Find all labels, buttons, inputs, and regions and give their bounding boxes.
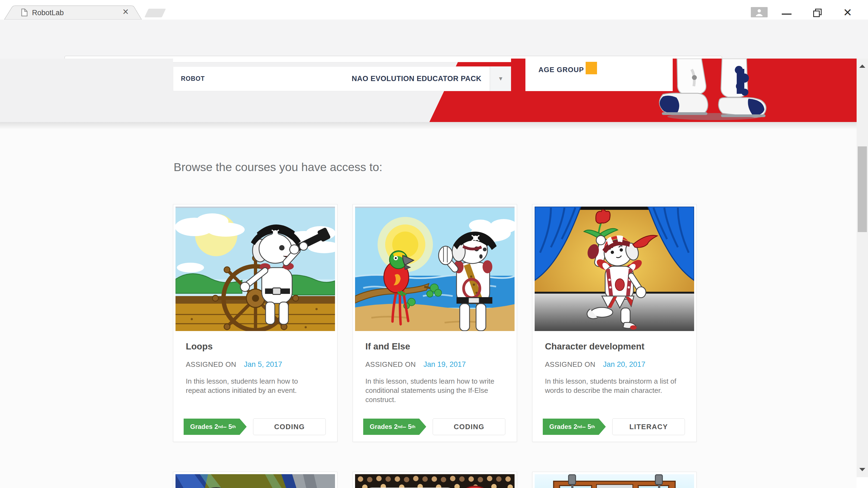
scrollbar-down-button[interactable] bbox=[857, 464, 868, 475]
scrollbar-gap bbox=[857, 477, 868, 488]
course-image-partial-2: Go! bbox=[355, 474, 515, 488]
course-image-character-development bbox=[535, 206, 694, 331]
course-title: Character development bbox=[545, 341, 645, 352]
browser-window: RobotLab × ✕ bbox=[0, 0, 868, 488]
scroll-down-icon bbox=[859, 468, 865, 471]
nao-robot-legs-image bbox=[651, 59, 770, 122]
age-group-label: AGE GROUP bbox=[538, 66, 584, 74]
course-card-partial-2[interactable]: Go! bbox=[352, 472, 517, 488]
assigned-row: ASSIGNED ONJan 20, 2017 bbox=[545, 360, 645, 369]
profile-avatar-button[interactable] bbox=[751, 7, 768, 18]
course-title: If and Else bbox=[365, 341, 410, 352]
assigned-row: ASSIGNED ONJan 19, 2017 bbox=[365, 360, 466, 369]
tab-close-icon[interactable]: × bbox=[123, 6, 129, 17]
category-button[interactable]: LITERACY bbox=[612, 418, 685, 435]
course-description: In this lesson, students learn how to wr… bbox=[365, 377, 498, 404]
age-group-filter[interactable]: AGE GROUP bbox=[525, 59, 673, 91]
assigned-row: ASSIGNED ONJan 5, 2017 bbox=[186, 360, 282, 369]
scrollbar-thumb[interactable] bbox=[858, 147, 867, 232]
window-restore-button[interactable] bbox=[813, 9, 821, 16]
assigned-on-label: ASSIGNED ON bbox=[365, 360, 416, 368]
course-title: Loops bbox=[186, 341, 213, 352]
grade-badge: Grades 2nd – 5th bbox=[363, 419, 426, 435]
course-image-if-and-else bbox=[355, 206, 515, 331]
chevron-down-icon: ▼ bbox=[498, 75, 503, 82]
course-description: In this lesson, students brainstorm a li… bbox=[545, 377, 677, 395]
assigned-date-link[interactable]: Jan 20, 2017 bbox=[603, 360, 645, 368]
robot-select-value: NAO EVOLUTION EDUCATOR PACK bbox=[351, 74, 482, 83]
course-image-loops bbox=[176, 206, 335, 331]
course-image-partial-1 bbox=[176, 474, 335, 488]
page-title: Browse the courses you have access to: bbox=[174, 161, 382, 174]
person-icon bbox=[755, 8, 763, 16]
course-card-partial-3[interactable] bbox=[532, 472, 696, 488]
course-card-if-and-else[interactable]: If and Else ASSIGNED ONJan 19, 2017 In t… bbox=[352, 204, 517, 442]
card-footer: Grades 2nd – 5th CODING bbox=[184, 418, 326, 435]
page-icon bbox=[21, 8, 28, 17]
grade-badge: Grades 2nd – 5th bbox=[543, 419, 606, 435]
course-card-character-development[interactable]: Character development ASSIGNED ONJan 20,… bbox=[532, 204, 696, 442]
assigned-on-label: ASSIGNED ON bbox=[186, 360, 236, 368]
assigned-date-link[interactable]: Jan 19, 2017 bbox=[424, 360, 466, 368]
course-description: In this lesson, students learn how to re… bbox=[186, 377, 318, 395]
course-image-partial-3 bbox=[535, 474, 694, 488]
robot-select-label: ROBOT bbox=[181, 75, 205, 83]
category-button[interactable]: CODING bbox=[433, 418, 505, 435]
course-card-partial-1[interactable] bbox=[173, 472, 337, 488]
category-button[interactable]: CODING bbox=[253, 418, 326, 435]
course-filter-header: ROBOT NAO EVOLUTION EDUCATOR PACK ▼ AGE … bbox=[0, 59, 857, 122]
tab-strip: RobotLab × ✕ bbox=[0, 0, 868, 20]
assigned-on-label: ASSIGNED ON bbox=[545, 360, 595, 368]
vertical-scrollbar[interactable] bbox=[857, 59, 868, 477]
course-card-loops[interactable]: Loops ASSIGNED ONJan 5, 2017 In this les… bbox=[173, 204, 337, 442]
grade-badge: Grades 2nd – 5th bbox=[184, 419, 247, 435]
main-content: Browse the courses you have access to: bbox=[0, 122, 857, 488]
browser-toolbar: www.robotlab.com/engageK12 ☆ a A G 82 ▶ … bbox=[0, 20, 868, 59]
scroll-up-icon bbox=[859, 65, 865, 68]
tab-title: RobotLab bbox=[32, 9, 64, 17]
robot-select-arrow[interactable]: ▼ bbox=[490, 66, 511, 91]
assigned-date-link[interactable]: Jan 5, 2017 bbox=[244, 360, 282, 368]
scrollbar-up-button[interactable] bbox=[857, 61, 868, 72]
card-footer: Grades 2nd – 5th LITERACY bbox=[543, 418, 685, 435]
robot-select[interactable]: ROBOT NAO EVOLUTION EDUCATOR PACK bbox=[173, 66, 490, 91]
band-shadow bbox=[0, 122, 857, 130]
restore-icon-front bbox=[813, 10, 820, 17]
window-close-button[interactable]: ✕ bbox=[843, 7, 852, 18]
age-group-color-swatch bbox=[586, 62, 597, 74]
card-footer: Grades 2nd – 5th CODING bbox=[363, 418, 505, 435]
window-minimize-button[interactable] bbox=[782, 13, 792, 14]
new-tab-button[interactable] bbox=[145, 9, 166, 18]
